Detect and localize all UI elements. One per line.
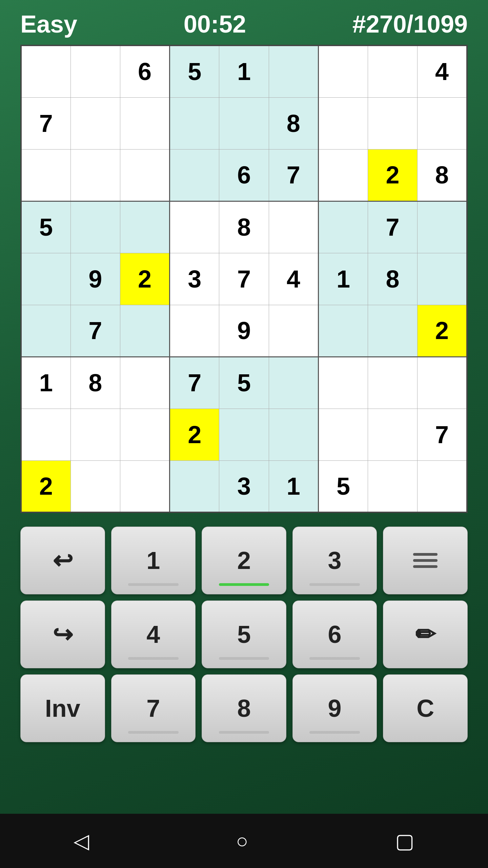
cell-6-8[interactable] [418, 357, 467, 409]
key-clear-button[interactable]: C [383, 674, 468, 742]
cell-8-5[interactable]: 1 [269, 460, 318, 512]
cell-0-1[interactable] [70, 45, 120, 97]
cell-5-8[interactable]: 2 [418, 305, 467, 357]
cell-0-6[interactable] [318, 45, 368, 97]
cell-4-3[interactable]: 3 [170, 253, 219, 305]
cell-0-8[interactable]: 4 [418, 45, 467, 97]
cell-8-7[interactable] [368, 460, 418, 512]
cell-7-5[interactable] [269, 409, 318, 460]
cell-6-3[interactable]: 7 [170, 357, 219, 409]
cell-5-3[interactable] [170, 305, 219, 357]
cell-8-6[interactable]: 5 [318, 460, 368, 512]
key-1-button[interactable]: 1 [111, 527, 196, 594]
cell-8-0[interactable]: 2 [21, 460, 70, 512]
key-6-button[interactable]: 6 [292, 600, 377, 668]
cell-3-3[interactable] [170, 201, 219, 253]
cell-1-1[interactable] [70, 97, 120, 149]
cell-7-0[interactable] [21, 409, 70, 460]
cell-7-6[interactable] [318, 409, 368, 460]
cell-1-5[interactable]: 8 [269, 97, 318, 149]
cell-1-7[interactable] [368, 97, 418, 149]
cell-2-1[interactable] [70, 149, 120, 201]
key-menu-button[interactable] [383, 527, 468, 594]
cell-0-3[interactable]: 5 [170, 45, 219, 97]
cell-7-1[interactable] [70, 409, 120, 460]
cell-4-1[interactable]: 9 [70, 253, 120, 305]
cell-1-6[interactable] [318, 97, 368, 149]
key-inv-button[interactable]: Inv [20, 674, 105, 742]
cell-5-7[interactable] [368, 305, 418, 357]
cell-5-0[interactable] [21, 305, 70, 357]
cell-5-6[interactable] [318, 305, 368, 357]
home-icon[interactable]: ○ [236, 829, 248, 853]
cell-2-7[interactable]: 2 [368, 149, 418, 201]
back-icon[interactable]: ◁ [74, 829, 89, 853]
cell-4-5[interactable]: 4 [269, 253, 318, 305]
cell-7-3[interactable]: 2 [170, 409, 219, 460]
cell-3-8[interactable] [418, 201, 467, 253]
cell-6-5[interactable] [269, 357, 318, 409]
key-2-button[interactable]: 2 [202, 527, 286, 594]
recent-apps-icon[interactable]: ▢ [395, 829, 414, 853]
cell-8-1[interactable] [70, 460, 120, 512]
cell-4-2[interactable]: 2 [120, 253, 169, 305]
cell-4-6[interactable]: 1 [318, 253, 368, 305]
cell-3-6[interactable] [318, 201, 368, 253]
cell-5-1[interactable]: 7 [70, 305, 120, 357]
key-7-button[interactable]: 7 [111, 674, 196, 742]
cell-6-6[interactable] [318, 357, 368, 409]
cell-0-0[interactable] [21, 45, 70, 97]
cell-6-0[interactable]: 1 [21, 357, 70, 409]
cell-3-1[interactable] [70, 201, 120, 253]
cell-0-2[interactable]: 6 [120, 45, 169, 97]
cell-1-0[interactable]: 7 [21, 97, 70, 149]
cell-3-2[interactable] [120, 201, 169, 253]
cell-6-2[interactable] [120, 357, 169, 409]
cell-8-2[interactable] [120, 460, 169, 512]
cell-5-2[interactable] [120, 305, 169, 357]
cell-8-8[interactable] [418, 460, 467, 512]
keypad-container: ↩123↪456✏Inv789C [10, 527, 478, 742]
cell-7-2[interactable] [120, 409, 169, 460]
cell-4-8[interactable] [418, 253, 467, 305]
cell-2-5[interactable]: 7 [269, 149, 318, 201]
cell-2-6[interactable] [318, 149, 368, 201]
key-4-button[interactable]: 4 [111, 600, 196, 668]
key-5-button[interactable]: 5 [202, 600, 286, 668]
cell-8-3[interactable] [170, 460, 219, 512]
cell-2-0[interactable] [21, 149, 70, 201]
cell-7-4[interactable] [219, 409, 269, 460]
cell-3-4[interactable]: 8 [219, 201, 269, 253]
key-8-button[interactable]: 8 [202, 674, 286, 742]
cell-2-8[interactable]: 8 [418, 149, 467, 201]
cell-1-2[interactable] [120, 97, 169, 149]
cell-8-4[interactable]: 3 [219, 460, 269, 512]
key-redo-button[interactable]: ↪ [20, 600, 105, 668]
cell-0-7[interactable] [368, 45, 418, 97]
cell-4-4[interactable]: 7 [219, 253, 269, 305]
cell-7-7[interactable] [368, 409, 418, 460]
cell-2-2[interactable] [120, 149, 169, 201]
cell-2-3[interactable] [170, 149, 219, 201]
key-undo-button[interactable]: ↩ [20, 527, 105, 594]
cell-0-4[interactable]: 1 [219, 45, 269, 97]
cell-2-4[interactable]: 6 [219, 149, 269, 201]
cell-4-7[interactable]: 8 [368, 253, 418, 305]
cell-7-8[interactable]: 7 [418, 409, 467, 460]
key-pencil-button[interactable]: ✏ [383, 600, 468, 668]
cell-0-5[interactable] [269, 45, 318, 97]
key-9-button[interactable]: 9 [292, 674, 377, 742]
cell-6-7[interactable] [368, 357, 418, 409]
cell-1-3[interactable] [170, 97, 219, 149]
cell-4-0[interactable] [21, 253, 70, 305]
cell-3-0[interactable]: 5 [21, 201, 70, 253]
cell-1-8[interactable] [418, 97, 467, 149]
cell-6-4[interactable]: 5 [219, 357, 269, 409]
cell-1-4[interactable] [219, 97, 269, 149]
key-3-button[interactable]: 3 [292, 527, 377, 594]
cell-5-5[interactable] [269, 305, 318, 357]
cell-5-4[interactable]: 9 [219, 305, 269, 357]
cell-3-5[interactable] [269, 201, 318, 253]
cell-6-1[interactable]: 8 [70, 357, 120, 409]
cell-3-7[interactable]: 7 [368, 201, 418, 253]
